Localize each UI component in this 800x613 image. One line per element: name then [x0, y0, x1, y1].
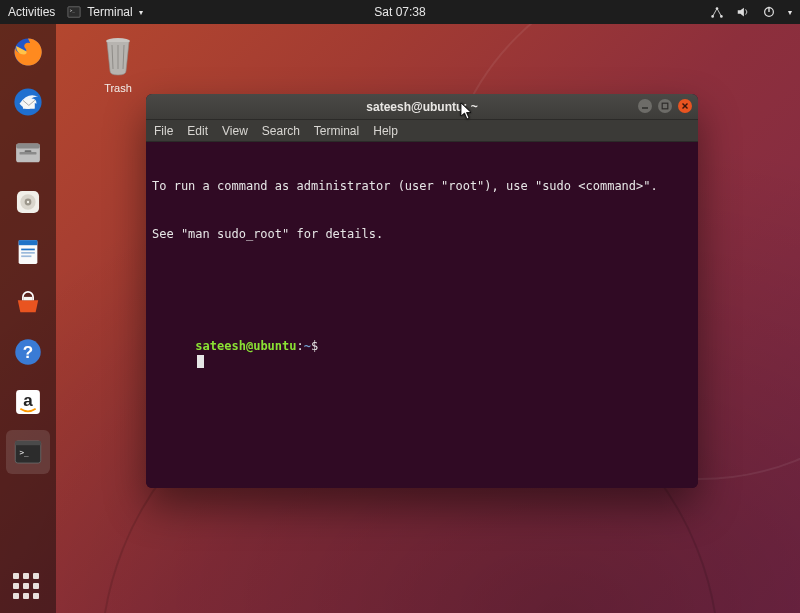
- launcher-item-rhythmbox[interactable]: [6, 180, 50, 224]
- app-menu-label: Terminal: [87, 5, 132, 19]
- activities-button[interactable]: Activities: [8, 5, 55, 19]
- terminal-content[interactable]: To run a command as administrator (user …: [146, 142, 698, 488]
- prompt-dollar: $: [311, 339, 318, 353]
- terminal-menubar: File Edit View Search Terminal Help: [146, 120, 698, 142]
- power-icon[interactable]: [762, 5, 776, 19]
- launcher-item-firefox[interactable]: [6, 30, 50, 74]
- svg-point-17: [27, 201, 29, 203]
- menu-search[interactable]: Search: [262, 124, 300, 138]
- desktop-icon-trash[interactable]: Trash: [84, 32, 152, 94]
- svg-text:a: a: [23, 391, 33, 410]
- menu-edit[interactable]: Edit: [187, 124, 208, 138]
- menu-view[interactable]: View: [222, 124, 248, 138]
- launcher-item-software[interactable]: [6, 280, 50, 324]
- svg-text:?: ?: [23, 343, 33, 362]
- show-applications-button[interactable]: [0, 573, 56, 603]
- trash-icon: [95, 32, 141, 78]
- terminal-motd-line2: See "man sudo_root" for details.: [152, 226, 692, 242]
- svg-rect-36: [662, 103, 668, 109]
- terminal-prompt: sateesh@ubuntu:~$: [152, 322, 692, 386]
- window-maximize-button[interactable]: [658, 99, 672, 113]
- mouse-pointer-icon: [460, 102, 474, 124]
- launcher-item-amazon[interactable]: a: [6, 380, 50, 424]
- svg-rect-13: [25, 150, 32, 152]
- network-icon[interactable]: [710, 5, 724, 19]
- prompt-path: ~: [304, 339, 311, 353]
- blank-line: [152, 274, 692, 290]
- terminal-window: sateesh@ubuntu: ~ File Edit View Search …: [146, 94, 698, 488]
- svg-rect-29: [15, 441, 41, 445]
- app-menu[interactable]: >_ Terminal ▾: [67, 5, 142, 19]
- top-bar: Activities >_ Terminal ▾ Sat 07:38 ▾: [0, 0, 800, 24]
- launcher-item-terminal[interactable]: >_: [6, 430, 50, 474]
- launcher-item-files[interactable]: [6, 130, 50, 174]
- svg-rect-12: [20, 152, 37, 155]
- svg-rect-19: [19, 240, 38, 245]
- system-menu-caret-icon[interactable]: ▾: [788, 8, 792, 17]
- clock[interactable]: Sat 07:38: [374, 5, 425, 19]
- window-close-button[interactable]: [678, 99, 692, 113]
- volume-icon[interactable]: [736, 5, 750, 19]
- menu-help[interactable]: Help: [373, 124, 398, 138]
- launcher-item-thunderbird[interactable]: [6, 80, 50, 124]
- svg-rect-11: [16, 144, 40, 149]
- text-cursor: [197, 355, 204, 368]
- chevron-down-icon: ▾: [139, 8, 143, 17]
- svg-rect-23: [24, 297, 33, 300]
- menu-file[interactable]: File: [154, 124, 173, 138]
- terminal-motd-line1: To run a command as administrator (user …: [152, 178, 692, 194]
- terminal-icon: >_: [67, 5, 81, 19]
- svg-rect-22: [21, 255, 31, 257]
- svg-rect-21: [21, 252, 35, 254]
- window-titlebar[interactable]: sateesh@ubuntu: ~: [146, 94, 698, 120]
- desktop-icon-label: Trash: [84, 82, 152, 94]
- menu-terminal[interactable]: Terminal: [314, 124, 359, 138]
- launcher-item-writer[interactable]: [6, 230, 50, 274]
- prompt-user: sateesh@ubuntu: [195, 339, 296, 353]
- window-minimize-button[interactable]: [638, 99, 652, 113]
- launcher: ? a >_: [0, 24, 56, 613]
- grid-icon: [13, 573, 43, 603]
- svg-rect-20: [21, 249, 35, 251]
- svg-text:>_: >_: [20, 448, 30, 457]
- launcher-item-help[interactable]: ?: [6, 330, 50, 374]
